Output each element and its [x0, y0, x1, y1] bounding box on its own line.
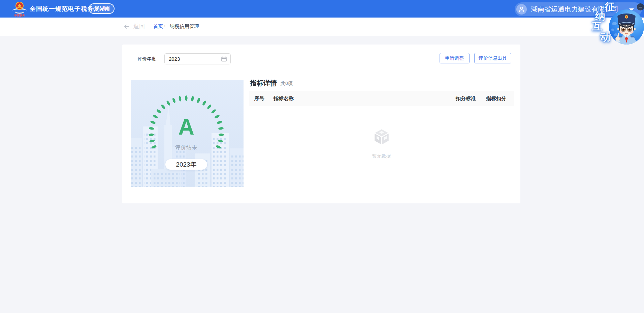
rating-year-pill: 2023年 [165, 159, 207, 170]
column-deduction-standard: 扣分标准 [456, 95, 476, 102]
indicator-table-header: 序号 指标名称 扣分标准 指标扣分 [249, 91, 514, 106]
breadcrumb-separator: › [164, 23, 166, 28]
apply-adjustment-button[interactable]: 申请调整 [440, 53, 470, 63]
user-avatar [516, 4, 527, 15]
region-badge[interactable]: 湖南 [89, 3, 115, 14]
assistant-char-zheng[interactable]: 征 [605, 2, 615, 12]
svg-text:中国税务: 中国税务 [14, 14, 25, 17]
breadcrumb: 返回 首页 › 纳税信用管理 [0, 18, 644, 36]
column-indicator-deduction: 指标扣分 [486, 95, 506, 102]
column-seq: 序号 [254, 95, 264, 102]
empty-box-icon [372, 127, 392, 147]
assistant-char-dong[interactable]: 动 [600, 32, 610, 42]
tax-bureau-logo-icon: 中国税务 [11, 1, 28, 17]
issue-evaluation-info-button[interactable]: 评价信息出具 [474, 53, 511, 63]
credit-rating-panel: A 评价结果 2023年 [131, 80, 244, 187]
top-header-bar: 中国税务 全国统一规范电子税务局 湖南 湖南省运通电力建设有限公司 [0, 0, 644, 18]
tax-assistant-mascot[interactable] [609, 9, 644, 45]
credit-grade-value: A [131, 116, 242, 138]
indicator-count-badge: 共0项 [281, 81, 293, 87]
empty-state-text: 暂无数据 [249, 153, 514, 159]
location-pin-icon [93, 6, 98, 11]
minimize-button[interactable] [637, 3, 644, 10]
tax-credit-content-card: 评价年度 2023 申请调整 评价信息出具 [122, 45, 520, 203]
empty-state: 暂无数据 [249, 112, 514, 159]
indicator-details-title: 指标详情 [250, 79, 277, 88]
evaluation-year-label: 评价年度 [137, 53, 156, 64]
back-button-label[interactable]: 返回 [133, 23, 145, 30]
breadcrumb-home-link[interactable]: 首页 [153, 23, 163, 30]
assistant-char-hu[interactable]: 互 [592, 21, 602, 31]
region-badge-label: 湖南 [100, 5, 110, 12]
breadcrumb-current-page: 纳税信用管理 [170, 23, 199, 30]
credit-grade-caption: 评价结果 [131, 144, 242, 151]
calendar-icon[interactable] [221, 56, 227, 62]
column-indicator-name: 指标名称 [273, 95, 294, 102]
assistant-char-na[interactable]: 纳 [595, 11, 605, 21]
evaluation-year-input[interactable]: 2023 [164, 53, 231, 64]
tax-interaction-assistant[interactable]: 征 纳 互 动 [589, 0, 644, 47]
back-arrow-icon[interactable] [123, 23, 130, 30]
evaluation-year-value: 2023 [169, 54, 180, 64]
person-icon [518, 6, 525, 12]
